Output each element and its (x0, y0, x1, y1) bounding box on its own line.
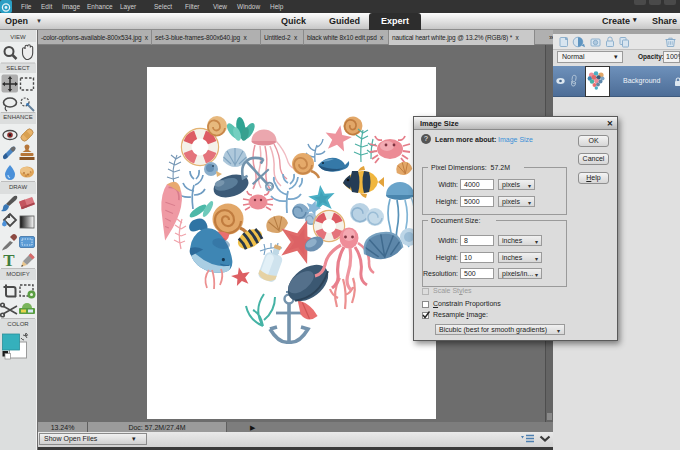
svg-text:T: T (3, 251, 15, 270)
